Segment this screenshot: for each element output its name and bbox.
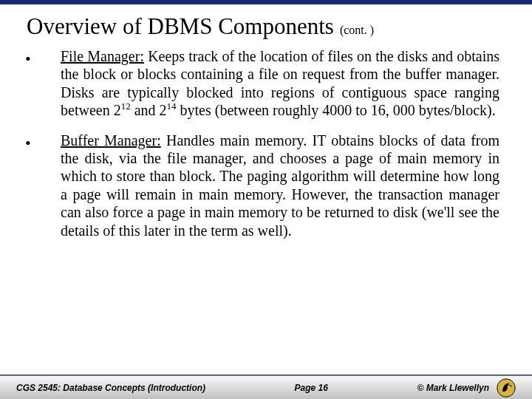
footer-page: Page 16 bbox=[295, 383, 328, 393]
slide-title: Overview of DBMS Components bbox=[27, 13, 334, 40]
slide-title-cont: (cont. ) bbox=[340, 24, 374, 37]
slide-title-row: Overview of DBMS Components (cont. ) bbox=[0, 4, 532, 44]
bullet-item: • File Manager: Keeps track of the locat… bbox=[25, 47, 499, 120]
footer-copyright: © Mark Llewellyn bbox=[417, 383, 489, 393]
bullet-marker: • bbox=[25, 47, 61, 120]
bullet-body: File Manager: Keeps track of the locatio… bbox=[61, 47, 499, 120]
ucf-pegasus-logo-icon bbox=[497, 378, 516, 398]
slide-content: • File Manager: Keeps track of the locat… bbox=[0, 44, 532, 239]
bullet-marker: • bbox=[25, 132, 61, 239]
term-file-manager: File Manager: bbox=[61, 48, 144, 64]
slide-footer: CGS 2545: Database Concepts (Introductio… bbox=[0, 375, 532, 399]
term-buffer-manager: Buffer Manager: bbox=[61, 132, 161, 149]
bullet-body: Buffer Manager: Handles main memory. IT … bbox=[61, 132, 499, 239]
file-manager-text-post: bytes (between roughly 4000 to 16, 000 b… bbox=[177, 102, 496, 118]
bullet-item: • Buffer Manager: Handles main memory. I… bbox=[25, 132, 499, 239]
file-manager-text-mid: and 2 bbox=[131, 102, 167, 118]
footer-right-group: © Mark Llewellyn bbox=[417, 378, 516, 398]
footer-course: CGS 2545: Database Concepts (Introductio… bbox=[16, 383, 205, 393]
exp-12: 12 bbox=[121, 101, 131, 112]
footer-band: CGS 2545: Database Concepts (Introductio… bbox=[0, 375, 532, 399]
exp-14: 14 bbox=[167, 101, 177, 112]
